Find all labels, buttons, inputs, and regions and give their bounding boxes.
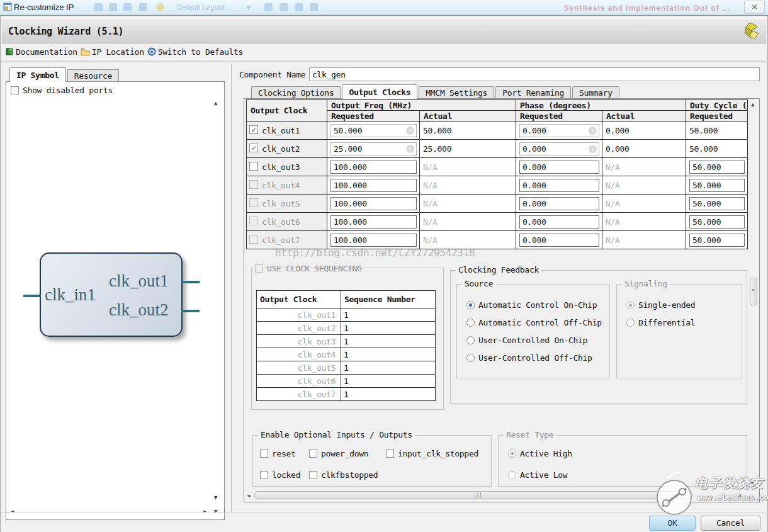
clkfbstopped-checkbox[interactable]: clkfbstopped <box>309 470 378 480</box>
freq-requested-field[interactable]: 100.000 <box>330 234 417 247</box>
scroll-left-icon[interactable]: ◄ <box>247 492 250 499</box>
tab-mmcm-settings[interactable]: MMCM Settings <box>419 86 494 99</box>
use-clock-sequencing-checkbox[interactable]: USE CLOCK SEQUENCING <box>255 264 362 273</box>
radio-automatic-control-off-chip[interactable]: Automatic Control Off-Chip <box>466 318 602 327</box>
scroll-up-icon[interactable]: ▲ <box>214 100 217 106</box>
vertical-scroll-thumb[interactable]: ≡ <box>750 278 757 305</box>
phase-requested-field[interactable]: 0.000 <box>519 179 599 192</box>
source-title: Source <box>462 279 495 288</box>
wizard-header: Clocking Wizard (5.1) <box>2 18 766 43</box>
sequence-number-field[interactable]: 1 <box>341 375 436 388</box>
sequence-number-field[interactable]: 1 <box>341 335 436 348</box>
optional-io-title: Enable Optional Inputs / Outputs <box>258 430 415 439</box>
power-down-checkbox[interactable]: power_down <box>309 449 368 458</box>
table-row: clk_out4 100.000 N/A 0.000 N/A 50.000 <box>247 176 748 195</box>
close-icon: ✕ <box>751 3 757 11</box>
tab-port-renaming[interactable]: Port Renaming <box>495 86 571 99</box>
clock-name: clk_out2 <box>262 144 300 154</box>
scroll-down-icon[interactable]: ▼ <box>214 508 217 514</box>
freq-requested-field[interactable]: 100.000 <box>330 179 417 192</box>
freq-requested-field[interactable]: 100.000 <box>330 215 417 229</box>
output-clocks-table: Output Clock Output Freq (MHz) Phase (de… <box>246 99 748 249</box>
checkbox-icon <box>260 450 268 458</box>
phase-requested-field[interactable]: 0.000✕ <box>519 142 599 156</box>
ghost-toolbar-icon <box>123 3 132 11</box>
scroll-right-icon[interactable]: ► <box>203 508 206 514</box>
freq-requested-field[interactable]: 100.000 <box>330 161 417 174</box>
scroll-down-icon[interactable]: ▼ <box>214 494 217 501</box>
clear-icon[interactable]: ✕ <box>589 145 597 153</box>
show-disabled-ports-checkbox[interactable]: Show disabled ports <box>11 86 113 95</box>
clear-icon[interactable]: ✕ <box>589 127 597 135</box>
duty-requested-field[interactable]: 50.000 <box>689 234 745 247</box>
table-row: clk_out5 100.000 N/A 0.000 N/A 50.000 <box>247 195 748 213</box>
phase-requested-field[interactable]: 0.000 <box>519 215 599 229</box>
recustomize-ip-dialog: Clocking Wizard (5.1) Documentation IP L… <box>0 15 768 532</box>
duty-requested-field[interactable]: 50.000 <box>689 179 745 192</box>
input-clk-stopped-checkbox[interactable]: input_clk_stopped <box>386 449 478 458</box>
freq-actual: 25.000 <box>423 144 451 154</box>
folder-icon <box>81 48 90 56</box>
scroll-right-icon[interactable]: ► <box>738 492 742 499</box>
refresh-icon <box>147 47 156 56</box>
signaling-title: Signaling <box>622 279 670 288</box>
port-label-clk-in1: clk_in1 <box>45 285 96 305</box>
ghost-toolbar-icon <box>109 3 117 11</box>
scroll-up-icon[interactable]: ▲ <box>751 101 754 108</box>
switch-to-defaults-label: Switch to Defaults <box>158 47 243 57</box>
radio-user-controlled-on-chip[interactable]: User-Controlled On-Chip <box>466 336 587 345</box>
sequence-number-field[interactable]: 1 <box>341 388 436 401</box>
subcol-actual: Actual <box>420 111 516 122</box>
radio-icon <box>626 319 635 327</box>
phase-requested-field[interactable]: 0.000✕ <box>519 124 599 137</box>
duty-requested-field[interactable]: 50.000 <box>689 197 745 210</box>
tab-ip-symbol[interactable]: IP Symbol <box>9 67 66 82</box>
reset-checkbox[interactable]: reset <box>260 449 296 458</box>
clear-icon[interactable]: ✕ <box>406 127 414 135</box>
radio-automatic-control-on-chip[interactable]: Automatic Control On-Chip <box>466 300 597 310</box>
sequence-number-field[interactable]: 1 <box>341 348 436 361</box>
horizontal-scroll-thumb[interactable]: ||| <box>254 491 692 499</box>
documentation-button[interactable]: Documentation <box>5 47 77 57</box>
tab-resource[interactable]: Resource <box>67 69 119 82</box>
clock-enable-checkbox[interactable]: ✓ <box>249 144 258 152</box>
grip-icon: ||| <box>473 493 478 498</box>
sequence-number-field[interactable]: 1 <box>341 361 436 375</box>
duty-requested-field[interactable]: 50.000 <box>689 215 745 229</box>
radio-icon <box>466 319 475 327</box>
ghost-toolbar-icon <box>156 3 164 11</box>
ip-location-button[interactable]: IP Location <box>81 47 144 57</box>
table-row: ✓clk_out2 25.000✕ 25.000 0.000✕ 0.000 50… <box>247 140 748 158</box>
clear-icon[interactable]: ✕ <box>406 145 414 153</box>
locked-checkbox[interactable]: locked <box>260 470 300 480</box>
cancel-button[interactable]: Cancel <box>701 516 760 531</box>
subcol-requested: Requested <box>516 111 602 122</box>
ok-button[interactable]: OK <box>649 516 696 531</box>
tab-summary[interactable]: Summary <box>572 86 619 99</box>
footer-divider <box>1 512 768 512</box>
clock-enable-checkbox[interactable] <box>249 162 258 171</box>
duty-requested-field[interactable]: 50.000 <box>689 161 745 174</box>
clock-enable-checkbox[interactable]: ✓ <box>249 125 258 134</box>
sequence-row: clk_out41 <box>257 348 436 361</box>
freq-requested-field[interactable]: 100.000 <box>330 197 417 210</box>
close-button[interactable]: ✕ <box>744 1 765 14</box>
phase-requested-field[interactable]: 0.000 <box>519 234 599 247</box>
switch-to-defaults-button[interactable]: Switch to Defaults <box>147 47 243 57</box>
freq-requested-field[interactable]: 25.000✕ <box>330 142 417 156</box>
sequence-number-field[interactable]: 1 <box>341 308 436 322</box>
clock-enable-checkbox <box>249 198 258 207</box>
phase-requested-field[interactable]: 0.000 <box>519 161 599 174</box>
sequence-row: clk_out51 <box>257 361 436 375</box>
component-name-input[interactable] <box>309 67 760 81</box>
freq-requested-field[interactable]: 50.000✕ <box>330 124 417 137</box>
tab-output-clocks[interactable]: Output Clocks <box>342 84 417 99</box>
sequence-number-field[interactable]: 1 <box>341 322 436 335</box>
radio-active-low: Active Low <box>508 470 567 480</box>
scroll-down-icon[interactable]: ▼ <box>751 480 754 487</box>
radio-user-controlled-off-chip[interactable]: User-Controlled Off-Chip <box>466 353 592 363</box>
panel-sash[interactable] <box>231 64 232 512</box>
phase-requested-field[interactable]: 0.000 <box>519 197 599 210</box>
tab-clocking-options[interactable]: Clocking Options <box>251 86 341 99</box>
scroll-left-icon[interactable]: ◄ <box>11 508 14 514</box>
